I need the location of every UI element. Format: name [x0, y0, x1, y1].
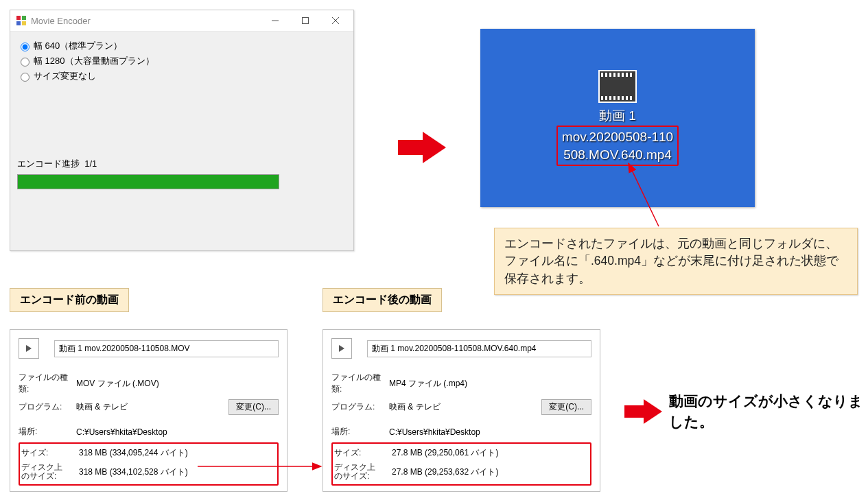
label-program: プログラム: [19, 401, 76, 413]
label-size: サイズ: [334, 447, 392, 459]
file-caption: 動画 1 [556, 107, 679, 125]
label-program: プログラム: [331, 401, 389, 413]
value-disk: 27.8 MB (29,253,632 バイト) [392, 466, 589, 478]
progress-label: エンコード進捗 1/1 [17, 158, 347, 170]
heading-before: エンコード前の動画 [10, 288, 129, 312]
file-name-input[interactable]: 動画 1 mov.20200508-110508.MOV [54, 340, 279, 357]
value-size: 318 MB (334,095,244 バイト) [79, 447, 276, 459]
label-size: サイズ: [21, 447, 79, 459]
radio-noresize[interactable] [21, 73, 30, 82]
svg-marker-9 [624, 399, 662, 424]
properties-before: 動画 1 mov.20200508-110508.MOV ファイルの種類:MOV… [10, 329, 288, 492]
radio-1280[interactable] [21, 58, 30, 67]
value-program: 映画 & テレビ [389, 401, 541, 413]
label-filetype: ファイルの種類: [19, 372, 76, 395]
option-1280-label: 幅 1280（大容量動画プラン） [34, 55, 154, 67]
properties-after: 動画 1 mov.20200508-110508.MOV.640.mp4 ファイ… [322, 329, 600, 492]
titlebar[interactable]: Movie Encoder [10, 10, 353, 32]
value-location: C:¥Users¥hkita¥Desktop [76, 427, 279, 437]
heading-after: エンコード後の動画 [322, 288, 442, 312]
file-name-highlight: mov.20200508-110508.MOV.640.mp4 [556, 126, 679, 166]
video-file-icon[interactable] [598, 70, 637, 103]
size-highlight-before: サイズ:318 MB (334,095,244 バイト) ディスク上 のサイズ:… [19, 442, 279, 486]
size-highlight-after: サイズ:27.8 MB (29,250,061 バイト) ディスク上 のサイズ:… [331, 442, 591, 486]
svg-rect-2 [16, 21, 21, 25]
value-disk: 318 MB (334,102,528 バイト) [79, 466, 276, 478]
option-640-label: 幅 640（標準プラン） [34, 40, 122, 52]
callout-note: エンコードされたファイルは、元の動画と同じフォルダに、ファイル名に「.640.m… [494, 228, 858, 295]
option-1280[interactable]: 幅 1280（大容量動画プラン） [17, 55, 347, 67]
label-disk: ディスク上 のサイズ: [334, 463, 392, 481]
value-size: 27.8 MB (29,250,061 バイト) [392, 447, 589, 459]
window-title: Movie Encoder [31, 16, 91, 26]
svg-rect-5 [303, 18, 309, 24]
encoder-body: 幅 640（標準プラン） 幅 1280（大容量動画プラン） サイズ変更なし エン… [10, 32, 353, 195]
svg-rect-3 [22, 21, 26, 25]
value-filetype: MOV ファイル (.MOV) [76, 378, 279, 390]
svg-marker-8 [398, 132, 446, 163]
arrow-right-icon [624, 398, 662, 425]
change-button[interactable]: 変更(C)... [541, 399, 591, 415]
maximize-button[interactable] [290, 11, 320, 30]
value-filetype: MP4 ファイル (.mp4) [389, 378, 591, 390]
arrow-right-icon [398, 130, 446, 165]
movie-encoder-window: Movie Encoder 幅 640（標準プラン） 幅 1280（大容量動画プ… [10, 10, 354, 251]
app-icon [16, 15, 27, 26]
desktop-thumbnail: 動画 1 mov.20200508-110508.MOV.640.mp4 [480, 29, 755, 207]
option-640[interactable]: 幅 640（標準プラン） [17, 40, 347, 52]
option-noresize[interactable]: サイズ変更なし [17, 70, 347, 82]
value-location: C:¥Users¥hkita¥Desktop [389, 427, 591, 437]
svg-rect-1 [22, 16, 26, 20]
progress-bar [17, 174, 279, 189]
file-icon [331, 338, 352, 359]
result-text: 動画のサイズが小さくなりました。 [669, 391, 868, 433]
svg-rect-0 [16, 16, 21, 20]
radio-640[interactable] [21, 43, 30, 51]
label-disk: ディスク上 のサイズ: [21, 463, 79, 481]
minimize-button[interactable] [260, 11, 290, 30]
label-location: 場所: [331, 426, 389, 438]
value-program: 映画 & テレビ [76, 401, 228, 413]
change-button[interactable]: 変更(C)... [228, 399, 279, 415]
option-noresize-label: サイズ変更なし [34, 70, 96, 82]
file-name-input[interactable]: 動画 1 mov.20200508-110508.MOV.640.mp4 [367, 340, 591, 357]
file-icon [19, 338, 39, 359]
label-filetype: ファイルの種類: [331, 372, 389, 395]
close-button[interactable] [320, 11, 351, 30]
label-location: 場所: [19, 426, 76, 438]
